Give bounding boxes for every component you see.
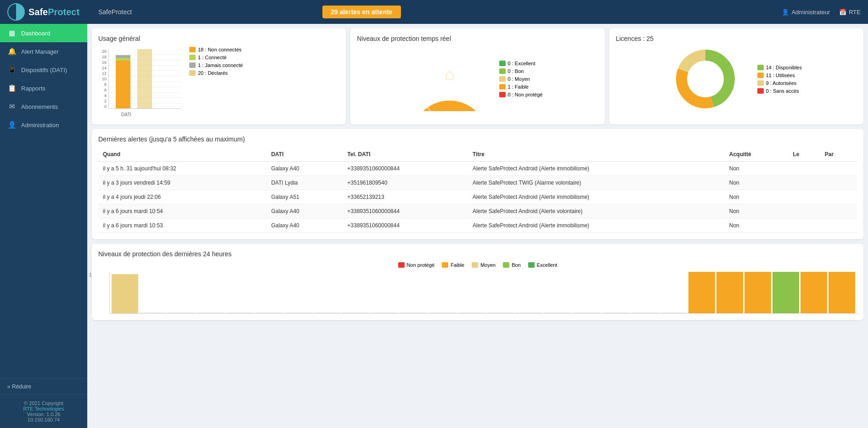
legend-jamais: 1 : Jamais connecté [189, 62, 243, 68]
chart-area [108, 49, 181, 109]
legend-faible: 1 : Faible [499, 84, 543, 90]
logo-safe: Safe [28, 7, 48, 17]
col-dati: DATI [266, 147, 343, 162]
sidebar-footer: © 2021 Copyright RTE Technologies Versio… [0, 394, 87, 428]
cell-acquitte: Non [725, 190, 789, 204]
alert-button[interactable]: 29 alertes en attente [322, 6, 401, 18]
legend-moyen-24h: Moyen [472, 262, 496, 268]
cell-titre: Alerte SafeProtect TWIG (Alarme volontai… [468, 176, 725, 190]
bottom-bar [197, 312, 225, 313]
sidebar-item-rapports[interactable]: 📋 Rapports [0, 79, 87, 97]
footer-company: RTE Technologies [7, 406, 80, 411]
bottom-bar [744, 272, 771, 313]
col-quand: Quand [98, 147, 266, 162]
table-row: il y a 3 jours vendredi 14:59DATI Lydia+… [98, 176, 857, 190]
cell-quand: il y a 4 jours jeudi 22:06 [98, 190, 266, 204]
admin-icon: 👤 [7, 121, 17, 129]
legend-moyen: 0 : Moyen [499, 76, 543, 82]
cell-titre: Alerte SafeProtect Android (Alerte immob… [468, 162, 725, 176]
app-title: SafeProtect [98, 8, 132, 16]
org-info: 📅 RTE [839, 9, 861, 16]
legend-non-protege-24h: Non protégé [398, 262, 435, 268]
cell-par [820, 204, 857, 219]
legend-non-protege: 0 : Non protégé [499, 92, 543, 97]
bottom-bar [284, 312, 312, 313]
sidebar-label-dashboard: Dashboard [21, 30, 51, 37]
cell-acquitte: Non [725, 204, 789, 219]
sidebar: ▦ Dashboard 🔔 Alert Manager 📱 Dispositif… [0, 24, 87, 428]
cell-le [788, 176, 820, 190]
alerts-table: Quand DATI Tel. DATI Titre Acquitté Le P… [98, 147, 857, 233]
legend-faible-24h: Faible [442, 262, 464, 268]
usage-legend: 18 : Non connectés 1 : Connecté 1 : Jama… [189, 47, 243, 76]
col-le: Le [788, 147, 820, 162]
cell-dati: Galaxy A40 [266, 162, 343, 176]
licences-donut-svg [671, 47, 744, 111]
bottom-bar [400, 312, 427, 313]
user-info: 👤 Administrateur [782, 9, 830, 16]
bottom-bar [631, 312, 659, 313]
alerts-title: Dernières alertes (jusqu'a 5 affichées a… [98, 135, 857, 143]
legend-disponibles: 14 : Disponibles [757, 65, 802, 70]
bars [116, 49, 152, 108]
table-row: il y a 5 h. 31 aujourd'hui 08:32Galaxy A… [98, 162, 857, 176]
bottom-bar [515, 312, 543, 313]
cell-par [820, 219, 857, 233]
alerts-card: Dernières alertes (jusqu'a 5 affichées a… [92, 129, 863, 239]
bottom-bar [226, 312, 254, 313]
sidebar-item-dashboard[interactable]: ▦ Dashboard [0, 24, 87, 42]
sidebar-item-alert-manager[interactable]: 🔔 Alert Manager [0, 42, 87, 61]
usage-bar-chart: 0 2 4 6 8 10 12 14 16 18 20 [98, 47, 181, 118]
bottom-bar [829, 272, 855, 313]
sidebar-reduce-button[interactable]: « Réduire [0, 378, 87, 394]
bar2-declares [137, 49, 152, 108]
cell-dati: Galaxy A40 [266, 204, 343, 219]
bottom-bar [716, 272, 743, 313]
bottom-bar [255, 312, 283, 313]
bottom-bar [660, 312, 688, 313]
logo-text: SafeProtect [28, 7, 79, 17]
col-par: Par [820, 147, 857, 162]
cell-quand: il y a 5 h. 31 aujourd'hui 08:32 [98, 162, 266, 176]
bottom-bar [486, 312, 514, 313]
bottom-bar [544, 312, 572, 313]
cell-par [820, 176, 857, 190]
protection-donut-svg: ⌂ [413, 47, 486, 111]
bottom-bar [688, 272, 715, 313]
sidebar-item-administration[interactable]: 👤 Administration [0, 116, 87, 134]
bar1-non-connectes [116, 61, 130, 108]
main-layout: ▦ Dashboard 🔔 Alert Manager 📱 Dispositif… [0, 24, 868, 428]
footer-copyright: © 2021 Copyright [7, 400, 80, 406]
legend-excellent-24h: Excellent [528, 262, 558, 268]
cell-tel: +3389351060000844 [343, 219, 468, 233]
logo-icon [7, 3, 25, 21]
x-label: DATI [121, 112, 131, 117]
cell-acquitte: Non [725, 162, 789, 176]
protection-title: Niveaux de protection temps réel [357, 35, 598, 42]
cell-le [788, 219, 820, 233]
alert-icon: 🔔 [7, 47, 17, 56]
licences-legend: 14 : Disponibles 11 : Utilisées 9 : Auto… [757, 65, 802, 94]
sidebar-item-dispositifs[interactable]: 📱 Dispositifs (DATI) [0, 61, 87, 79]
legend-dot-yellow [189, 70, 196, 76]
cell-titre: Alerte SafeProtect Android (Alerte immob… [468, 190, 725, 204]
y-label: 1 [89, 272, 92, 277]
bar1-group [116, 49, 130, 108]
calendar-icon: 📅 [839, 9, 846, 16]
cell-par [820, 190, 857, 204]
bottom-bar [800, 272, 827, 313]
user-icon: 👤 [782, 9, 789, 16]
top-cards-row: Usage général 0 2 4 6 8 10 12 14 [92, 28, 863, 124]
sidebar-item-abonnements[interactable]: ✉ Abonnements [0, 97, 87, 116]
bottom-bar [112, 274, 138, 313]
bottom-bar [371, 312, 398, 313]
header: SafeProtect SafeProtect 29 alertes en at… [0, 0, 868, 24]
legend-non-connectes: 18 : Non connectés [189, 47, 243, 52]
sidebar-label-admin: Administration [21, 122, 59, 129]
protection-legend: 0 : Excellent 0 : Bon 0 : Moyen 1 : [499, 61, 543, 97]
cell-tel: +351961809540 [343, 176, 468, 190]
device-icon: 📱 [7, 66, 17, 74]
y-axis: 0 2 4 6 8 10 12 14 16 18 20 [98, 49, 107, 109]
legend-dot-gray [189, 62, 196, 68]
cell-le [788, 204, 820, 219]
